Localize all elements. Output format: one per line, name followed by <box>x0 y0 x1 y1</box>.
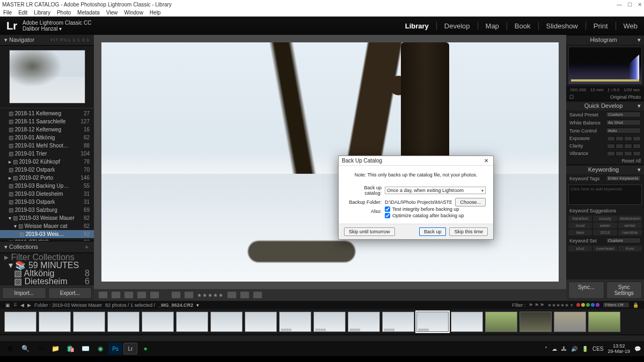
filmstrip-thumb[interactable]: ★★★★ <box>382 312 414 332</box>
folder-row[interactable]: ▧ 2018-11 Saarschleife127 <box>0 117 94 125</box>
folder-row[interactable]: ▾ ▧ 2019-03 Weisse Mauer82 <box>0 214 94 222</box>
filmstrip-thumb[interactable]: ★★★★ <box>313 312 346 332</box>
keyword-suggestion[interactable]: namibia <box>618 230 642 235</box>
filmstrip-thumb[interactable] <box>4 312 36 332</box>
folder-row[interactable]: ▸ ▧ 2019-02 Kühkopf78 <box>0 158 94 166</box>
collections-plus-icon[interactable]: ＋ <box>84 243 90 251</box>
flag-filter-icon[interactable]: ⚑ ⚑ ⚑ <box>529 302 544 308</box>
optimize-checkbox[interactable]: Optimize catalog after backing up <box>385 213 486 218</box>
filmstrip-thumb[interactable]: ★★★★ <box>279 312 311 332</box>
skip-tomorrow-button[interactable]: Skip until tomorrow <box>344 227 395 236</box>
folder-row[interactable]: ▧ 2019-03 Dietesheim31 <box>0 190 94 198</box>
filters-off[interactable]: Filters Off <box>603 302 630 308</box>
filmstrip-thumb[interactable] <box>245 312 277 332</box>
tray-lang[interactable]: CES <box>592 346 604 352</box>
minimize-icon[interactable]: — <box>617 2 622 8</box>
window-toggle-icon[interactable]: ▣ <box>5 302 10 308</box>
mail-icon[interactable]: ✉️ <box>78 343 92 354</box>
keyword-set-item[interactable]: shot <box>568 246 592 252</box>
collection-item[interactable]: ▾ 📚 59 MINUTES <box>0 261 94 269</box>
volume-icon[interactable]: 🔊 <box>571 346 577 352</box>
filmstrip-thumb[interactable] <box>107 312 140 332</box>
schedule-dropdown[interactable]: Once a day, when exiting Lightroom <box>385 187 486 194</box>
grid-view-icon[interactable] <box>98 291 108 299</box>
loupe-view-icon[interactable] <box>111 291 121 299</box>
histogram-header[interactable]: Histogram▾ <box>566 35 644 45</box>
menu-window[interactable]: Window <box>124 10 143 16</box>
adjust-buttons[interactable] <box>607 144 641 149</box>
notifications-icon[interactable]: 💬 <box>634 346 641 352</box>
filmstrip[interactable]: ★★★★★★★★★★★★★★★★★★★★ <box>0 309 644 335</box>
skip-this-button[interactable]: Skip this time <box>449 227 488 236</box>
import-button[interactable]: Import... <box>2 287 46 299</box>
folder-row[interactable]: ▾ ▧ Weisse Mauer cat82 <box>0 222 94 230</box>
folder-row[interactable]: ▧ 2019-01 Mehl Shoot…88 <box>0 142 94 150</box>
backup-button[interactable]: Back up <box>419 227 447 236</box>
filmstrip-thumb[interactable] <box>176 312 208 332</box>
grid-nav-icon[interactable]: ⠿ <box>13 302 17 308</box>
store-icon[interactable]: 🛍️ <box>63 343 77 354</box>
people-view-icon[interactable] <box>150 291 159 299</box>
filmstrip-thumb[interactable] <box>210 312 243 332</box>
tool-icon[interactable] <box>184 291 194 299</box>
tray-clock[interactable]: 13:5229-Mar-19 <box>608 343 630 354</box>
menu-help[interactable]: Help <box>150 10 161 16</box>
sync-button[interactable]: Sync... <box>568 282 604 299</box>
spray-icon[interactable] <box>253 291 262 299</box>
filmstrip-thumb[interactable] <box>485 312 517 332</box>
keyword-suggestion[interactable]: dietesheim <box>618 216 642 221</box>
filmstrip-thumb[interactable]: ★★★★ <box>348 312 380 332</box>
tool-icon[interactable] <box>171 291 181 299</box>
filmstrip-thumb[interactable] <box>519 312 552 332</box>
menu-metadata[interactable]: Metadata <box>77 10 100 16</box>
filmstrip-scrollbar[interactable] <box>0 335 644 341</box>
chrome-icon[interactable]: ◉ <box>93 343 107 354</box>
export-button[interactable]: Export... <box>48 287 92 299</box>
filmstrip-thumb[interactable] <box>39 312 71 332</box>
star-filter[interactable]: ★★★★★ ▾ <box>547 302 573 308</box>
module-book[interactable]: Book <box>515 22 531 30</box>
keyword-suggestion[interactable]: local <box>568 223 592 228</box>
integrity-checkbox[interactable]: Test integrity before backing up <box>385 206 486 212</box>
folder-row[interactable]: ▧ 2019-01 Altkönig62 <box>0 134 94 142</box>
keyword-suggestion[interactable]: 2018 <box>593 230 617 235</box>
folder-row[interactable]: ▧ 2019-01 Trier104 <box>0 150 94 158</box>
filmstrip-thumb[interactable]: ★★★★ <box>416 312 449 332</box>
loupe-view[interactable]: Back Up Catalog ✕ Note: This only backs … <box>94 35 566 289</box>
collections-header[interactable]: ▾ Collections ＋ <box>0 241 94 253</box>
keyword-suggestion[interactable]: winter <box>618 223 642 228</box>
battery-icon[interactable]: 🔋 <box>582 346 588 352</box>
filter-lock-icon[interactable]: 🔒 <box>633 302 639 308</box>
keywording-header[interactable]: Keywording▾ <box>566 165 644 174</box>
keyword-entry[interactable]: Click here to add keywords <box>568 184 642 205</box>
menu-photo[interactable]: Photo <box>57 10 71 16</box>
photoshop-icon[interactable]: Ps <box>108 343 122 354</box>
onedrive-icon[interactable]: ☁ <box>552 346 557 352</box>
menu-file[interactable]: File <box>3 10 12 16</box>
qd-value[interactable]: As Shot <box>606 120 641 125</box>
menu-edit[interactable]: Edit <box>18 10 27 16</box>
keyword-suggestion[interactable]: lake <box>568 230 592 235</box>
filmstrip-thumb[interactable] <box>588 312 620 332</box>
folder-row[interactable]: ▧ 2018-11 Keltenweg27 <box>0 109 94 117</box>
choose-button[interactable]: Choose... <box>455 198 486 206</box>
task-view-icon[interactable]: ▭ <box>33 343 47 354</box>
qd-value[interactable]: Auto <box>606 128 641 134</box>
keyword-set-item[interactable]: overhead <box>593 246 617 252</box>
qd-value[interactable]: Custom <box>606 112 641 117</box>
quick-develop-header[interactable]: Quick Develop▾ <box>566 101 644 110</box>
compare-view-icon[interactable] <box>124 291 134 299</box>
module-develop[interactable]: Develop <box>444 22 470 30</box>
rating-stars[interactable]: ★★★★★ <box>197 292 224 298</box>
module-map[interactable]: Map <box>486 22 499 30</box>
module-web[interactable]: Web <box>624 22 638 30</box>
start-button[interactable]: ⊞ <box>3 343 17 354</box>
menu-view[interactable]: View <box>106 10 118 16</box>
collection-item[interactable]: ▧ Dietesheim6 <box>0 277 94 285</box>
keyword-set-field[interactable]: Custom <box>606 238 641 243</box>
spotify-icon[interactable]: ● <box>138 343 152 354</box>
keyword-suggestion[interactable]: water <box>593 223 617 228</box>
identity-line2[interactable]: Dalibor Hanzal ▾ <box>23 26 91 32</box>
histogram[interactable] <box>568 47 642 84</box>
folder-row[interactable]: ▧ 2019-03 Salzburg69 <box>0 206 94 214</box>
